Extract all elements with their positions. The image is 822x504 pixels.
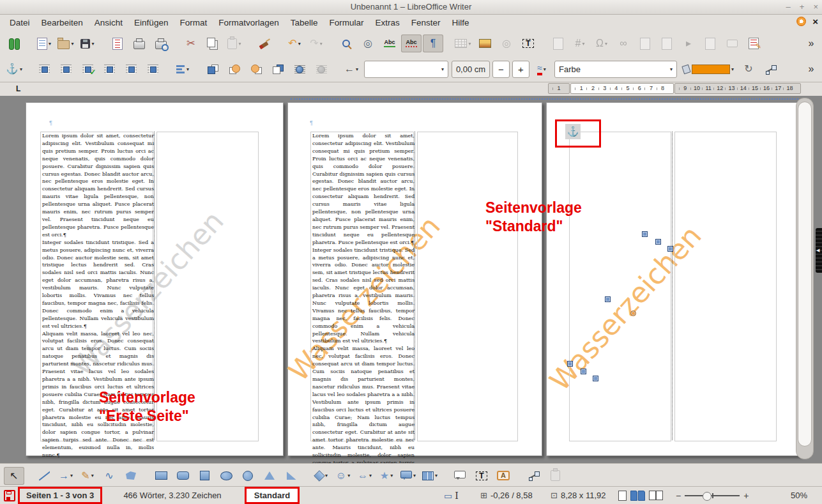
zoom-slider[interactable] xyxy=(685,491,740,500)
freeform-line-dropdown-arrow[interactable]: ▾ xyxy=(91,473,94,478)
zoom-slider-knob[interactable] xyxy=(703,492,712,501)
maximize-button[interactable]: + xyxy=(800,0,805,14)
redo-dropdown-arrow[interactable]: ▾ xyxy=(320,41,323,47)
formatting-marks-button[interactable]: ¶ xyxy=(423,34,443,52)
basic-shapes-button[interactable]: ▾ xyxy=(311,467,331,485)
wrap-parallel-button[interactable] xyxy=(56,60,76,78)
empty-column-frame[interactable] xyxy=(569,132,671,441)
page-3[interactable]: Wasserzeichen xyxy=(546,102,801,456)
spelling-button[interactable]: Abc xyxy=(379,34,400,52)
selection-handle[interactable] xyxy=(605,296,611,302)
frame-overflow-button[interactable]: » xyxy=(801,60,821,78)
insert-image-button[interactable] xyxy=(475,34,495,52)
open-button[interactable]: ▾ xyxy=(56,34,76,52)
selection-handle[interactable] xyxy=(655,239,661,245)
send-to-back-button[interactable] xyxy=(268,60,288,78)
page-2[interactable]: Wasserzeichen ¶ Lorem ipsum dolor sit am… xyxy=(287,102,542,456)
title-bar[interactable]: Unbenannt 1 – LibreOffice Writer – + × xyxy=(0,0,822,15)
menu-formular[interactable]: Formular xyxy=(324,16,370,29)
tab-stop-selector[interactable]: L xyxy=(16,84,26,94)
send-backward-button[interactable] xyxy=(246,60,266,78)
save-button[interactable]: ▾ xyxy=(77,34,98,52)
empty-column-frame[interactable] xyxy=(674,132,777,441)
undo-button[interactable]: ↶▾ xyxy=(284,34,305,52)
unsaved-changes-icon[interactable] xyxy=(4,490,15,501)
zoom-percent-field[interactable]: 50% xyxy=(791,487,807,504)
callout-shapes-button[interactable]: ▾ xyxy=(398,467,418,485)
chevron-down-icon[interactable]: ▾ xyxy=(731,66,734,72)
curve-button[interactable]: ∿ xyxy=(99,467,119,485)
minimize-button[interactable]: – xyxy=(786,0,791,14)
open-dropdown-arrow[interactable]: ▾ xyxy=(71,41,73,47)
wrap-contour-button[interactable] xyxy=(289,60,310,78)
decrease-width-button[interactable]: − xyxy=(492,61,510,78)
menu-fenster[interactable]: Fenster xyxy=(406,16,446,29)
menu-datei[interactable]: Datei xyxy=(4,16,36,29)
align-objects-dropdown-arrow[interactable]: ▾ xyxy=(186,66,189,72)
wrap-left-button[interactable] xyxy=(99,60,119,78)
vertical-scrollbar[interactable] xyxy=(796,98,814,459)
menu-tabelle[interactable]: Tabelle xyxy=(285,16,324,29)
libreoffice-customization-icon[interactable] xyxy=(796,17,806,26)
selection-handle[interactable] xyxy=(581,369,586,374)
border-color-button[interactable]: ≈ ▾ xyxy=(531,60,552,78)
right-triangle-button[interactable] xyxy=(281,467,301,485)
flowchart-shapes-dropdown-arrow[interactable]: ▾ xyxy=(435,473,438,478)
rounded-rectangle-button[interactable] xyxy=(172,467,193,485)
standard-overflow-button[interactable]: » xyxy=(801,34,821,52)
line-ends-arrow-dropdown-arrow[interactable]: ▾ xyxy=(70,473,73,478)
menu-einfügen[interactable]: Einfügen xyxy=(128,16,174,29)
export-pdf-button[interactable] xyxy=(107,34,128,52)
column-text[interactable]: Lorem ipsum dolor sit amet, consectetur … xyxy=(310,132,416,441)
block-arrows-dropdown-arrow[interactable]: ▾ xyxy=(369,473,372,478)
stars-banners-button[interactable]: ★▾ xyxy=(376,467,397,485)
page-count-field[interactable]: Seiten 1 - 3 von 3 xyxy=(18,487,102,504)
find-toolbar-button[interactable] xyxy=(4,34,24,52)
close-button[interactable]: × xyxy=(813,0,818,14)
horizontal-ruler[interactable]: 1123456789101112131415161718 xyxy=(548,83,802,94)
print-button[interactable] xyxy=(129,34,149,52)
zoom-out-button[interactable]: − xyxy=(676,491,681,501)
selection-handle[interactable] xyxy=(642,231,648,237)
menu-extras[interactable]: Extras xyxy=(370,16,406,29)
menu-formatvorlagen[interactable]: Formatvorlagen xyxy=(213,16,285,29)
clone-formatting-button[interactable] xyxy=(254,34,275,52)
insert-table-dropdown-arrow[interactable]: ▾ xyxy=(468,41,471,47)
insert-field-dropdown-arrow[interactable]: ▾ xyxy=(582,41,584,47)
square-button[interactable] xyxy=(194,467,215,485)
align-objects-button[interactable]: ▾ xyxy=(172,60,193,78)
print-preview-button[interactable] xyxy=(151,34,171,52)
select-button[interactable]: ↖ xyxy=(4,467,24,485)
auto-spellcheck-button[interactable]: Abc xyxy=(401,34,422,52)
anchor-dropdown-arrow[interactable]: ▾ xyxy=(20,66,22,72)
rotate-button[interactable]: ↻ xyxy=(738,60,759,78)
book-view-button[interactable] xyxy=(649,491,663,500)
points-button[interactable] xyxy=(523,467,544,485)
rotation-center-handle[interactable] xyxy=(630,310,636,316)
track-changes-button[interactable] xyxy=(743,34,764,52)
arrow-style-button[interactable]: ←▾ xyxy=(341,60,362,78)
sidebar-show-handle[interactable] xyxy=(816,228,822,273)
save-dropdown-arrow[interactable]: ▾ xyxy=(91,41,94,47)
chevron-down-icon[interactable]: ▾ xyxy=(544,66,546,72)
new-document-dropdown-arrow[interactable]: ▾ xyxy=(49,41,51,47)
wrap-through-button[interactable] xyxy=(142,60,163,78)
block-arrows-button[interactable]: ⇔▾ xyxy=(354,467,375,485)
insert-line-button[interactable] xyxy=(34,467,54,485)
line-ends-arrow-button[interactable]: →▾ xyxy=(56,467,76,485)
multi-page-view-button[interactable] xyxy=(630,491,645,501)
copy-button[interactable] xyxy=(202,34,223,52)
symbol-shapes-dropdown-arrow[interactable]: ▾ xyxy=(347,473,350,478)
increase-width-button[interactable]: + xyxy=(512,61,529,78)
menu-format[interactable]: Format xyxy=(174,16,213,29)
zoom-in-button[interactable]: + xyxy=(743,491,749,501)
selection-handle[interactable] xyxy=(567,361,573,367)
find-and-replace-button[interactable] xyxy=(336,34,356,52)
basic-shapes-dropdown-arrow[interactable]: ▾ xyxy=(325,473,328,478)
polygon-button[interactable] xyxy=(121,467,141,485)
insert-special-character-dropdown-arrow[interactable]: ▾ xyxy=(605,41,607,47)
insert-text-box-button[interactable]: T xyxy=(518,34,538,52)
page-style-field[interactable]: Standard xyxy=(245,487,300,504)
callout-shapes-dropdown-arrow[interactable]: ▾ xyxy=(413,473,416,478)
menu-bearbeiten[interactable]: Bearbeiten xyxy=(36,16,89,29)
